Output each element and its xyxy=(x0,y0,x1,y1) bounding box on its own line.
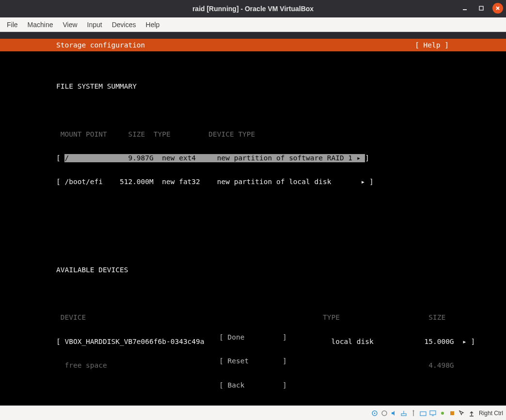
spacer xyxy=(56,106,506,114)
fss-row-root-hl: / 9.987G new ext4 new partition of softw… xyxy=(64,154,365,162)
recording-icon[interactable] xyxy=(438,409,447,418)
fss-title: FILE SYSTEM SUMMARY xyxy=(56,82,506,90)
mouse-integration-icon[interactable] xyxy=(458,409,466,418)
svg-rect-7 xyxy=(401,414,406,416)
hdd-icon[interactable] xyxy=(370,409,379,418)
usb-icon[interactable] xyxy=(409,409,418,418)
svg-point-6 xyxy=(382,411,387,416)
menu-input[interactable]: Input xyxy=(82,19,107,31)
done-button[interactable]: [ Done ] xyxy=(0,333,506,341)
svg-rect-15 xyxy=(450,411,454,415)
minimize-button[interactable] xyxy=(459,3,470,14)
vm-statusbar: Right Ctrl xyxy=(0,405,506,420)
svg-rect-11 xyxy=(420,412,426,416)
menu-help[interactable]: Help xyxy=(141,19,165,31)
network-icon[interactable] xyxy=(399,409,408,418)
cpu-icon[interactable] xyxy=(448,409,457,418)
window-titlebar: raid [Running] - Oracle VM VirtualBox xyxy=(0,0,506,17)
window-controls xyxy=(459,3,503,14)
header-title: Storage configuration xyxy=(56,41,145,49)
close-icon xyxy=(495,5,501,11)
svg-rect-1 xyxy=(479,6,483,10)
reset-button[interactable]: [ Reset ] xyxy=(0,357,506,365)
bracket-open: [ xyxy=(56,154,64,162)
hostkey-arrow-icon xyxy=(467,409,476,418)
svg-rect-12 xyxy=(430,411,436,415)
fss-row-root[interactable]: [ / 9.987G new ext4 new partition of sof… xyxy=(56,154,506,162)
menu-file[interactable]: File xyxy=(2,19,23,31)
menu-machine[interactable]: Machine xyxy=(23,19,58,31)
help-button[interactable]: [ Help ] xyxy=(415,41,449,49)
minimize-icon xyxy=(462,5,468,11)
svg-point-10 xyxy=(412,410,414,411)
avail-title: AVAILABLE DEVICES xyxy=(56,266,506,274)
hostkey-label: Right Ctrl xyxy=(479,410,503,417)
fss-cols: MOUNT POINT SIZE TYPE DEVICE TYPE xyxy=(56,130,506,138)
spacer xyxy=(56,226,506,233)
svg-point-14 xyxy=(441,412,444,415)
installer-header: Storage configuration [ Help ] xyxy=(0,39,506,51)
status-icons xyxy=(370,409,476,418)
footer-buttons: [ Done ] [ Reset ] [ Back ] xyxy=(0,317,506,405)
fss-row-bootefi[interactable]: [ /boot/efi 512.000M new fat32 new parti… xyxy=(56,178,506,186)
bracket-close: ] xyxy=(365,154,369,162)
svg-point-5 xyxy=(374,412,375,414)
menu-devices[interactable]: Devices xyxy=(107,19,141,31)
maximize-button[interactable] xyxy=(476,3,487,14)
vm-display[interactable]: Storage configuration [ Help ] FILE SYST… xyxy=(0,39,506,411)
optical-icon[interactable] xyxy=(380,409,389,418)
menu-view[interactable]: View xyxy=(58,19,82,31)
display-icon[interactable] xyxy=(428,409,437,418)
maximize-icon xyxy=(478,5,484,11)
window-title: raid [Running] - Oracle VM VirtualBox xyxy=(192,5,314,13)
close-button[interactable] xyxy=(492,3,503,14)
spacer xyxy=(56,290,506,297)
audio-icon[interactable] xyxy=(390,409,398,418)
shared-folder-icon[interactable] xyxy=(419,409,427,418)
menubar: File Machine View Input Devices Help xyxy=(0,17,506,32)
spacer xyxy=(56,202,506,210)
back-button[interactable]: [ Back ] xyxy=(0,381,506,389)
